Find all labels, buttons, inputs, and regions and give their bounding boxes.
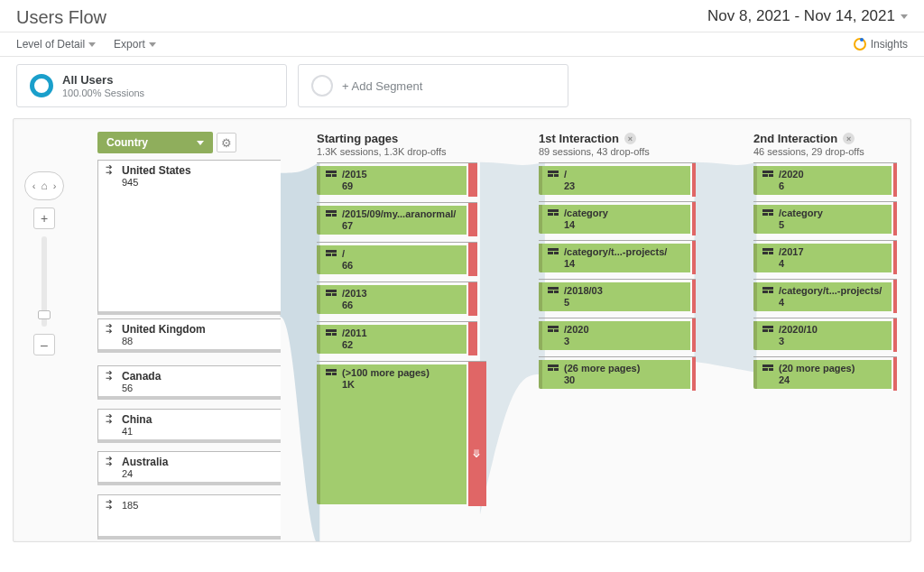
flow-node[interactable]: /2020/103 <box>753 318 897 352</box>
flow-node-label: /2020/10 <box>779 324 818 335</box>
flow-node[interactable]: /201162 <box>317 321 477 355</box>
drop-off-bar <box>692 240 696 274</box>
drop-off-bar <box>893 356 897 391</box>
flow-node[interactable]: /20206 <box>753 162 897 197</box>
date-range-text: Nov 8, 2021 - Nov 14, 2021 <box>707 7 895 25</box>
flow-node-value: 14 <box>564 258 575 269</box>
drop-off-bar <box>468 162 477 197</box>
page-icon <box>326 367 337 375</box>
chevron-down-icon <box>901 14 908 19</box>
date-range-selector[interactable]: Nov 8, 2021 - Nov 14, 2021 <box>707 7 908 25</box>
flow-node[interactable]: /201569 <box>317 162 477 197</box>
export-menu[interactable]: Export <box>114 38 156 51</box>
source-node[interactable]: Australia24 <box>97 451 281 485</box>
level-of-detail-label: Level of Detail <box>16 38 85 51</box>
flow-node[interactable]: /201366 <box>317 281 477 316</box>
chevron-left-icon: ‹ <box>32 180 36 191</box>
page-icon <box>548 285 559 309</box>
dimension-label: Country <box>106 136 148 149</box>
flow-node-value: 1K <box>342 379 355 390</box>
zoom-in-button[interactable]: + <box>33 208 55 229</box>
flow-node[interactable]: /2018/035 <box>539 279 696 313</box>
page-icon <box>762 208 773 231</box>
column-2nd-interaction: 2nd Interaction× 46 sessions, 29 drop-of… <box>753 132 911 157</box>
flow-node[interactable]: (>100 more pages)1K <box>317 361 486 506</box>
flow-node[interactable]: /category5 <box>753 201 897 235</box>
flow-node[interactable]: (20 more pages)24 <box>753 356 897 391</box>
dimension-selector[interactable]: Country <box>97 132 213 153</box>
flow-node[interactable]: /2015/09/my...aranormal/67 <box>317 202 477 236</box>
page-icon <box>326 169 337 192</box>
flow-node[interactable]: /category/t...-projects/4 <box>753 279 897 313</box>
insights-icon <box>854 38 866 51</box>
add-segment-button[interactable]: + Add Segment <box>298 64 568 107</box>
flow-node-value: 14 <box>564 219 575 230</box>
source-name: United States <box>122 165 191 177</box>
home-icon: ⌂ <box>41 180 47 192</box>
flow-node[interactable]: /66 <box>317 242 477 276</box>
drop-off-bar <box>893 162 897 197</box>
source-node[interactable]: 185 <box>97 494 281 540</box>
flow-node[interactable]: /20203 <box>539 318 696 352</box>
gear-icon: ⚙ <box>221 136 232 150</box>
remove-column-button[interactable]: × <box>624 133 636 144</box>
column-subtitle: 46 sessions, 29 drop-offs <box>753 146 911 157</box>
flow-node[interactable]: /23 <box>539 162 696 197</box>
page-title: Users Flow <box>16 7 106 28</box>
drop-off-bar <box>692 162 696 197</box>
flow-node-value: 67 <box>342 220 353 231</box>
flow-node-label: / <box>342 248 353 259</box>
flow-node-value: 6 <box>779 180 784 191</box>
source-name: China <box>122 414 152 426</box>
level-of-detail-menu[interactable]: Level of Detail <box>16 38 96 51</box>
column-subtitle: 89 sessions, 43 drop-offs <box>539 146 719 157</box>
zoom-out-button[interactable]: – <box>33 334 55 355</box>
remove-column-button[interactable]: × <box>843 133 855 144</box>
flow-node-value: 30 <box>564 374 575 385</box>
drop-off-bar <box>893 240 897 274</box>
source-node[interactable]: United Kingdom88 <box>97 318 281 353</box>
segment-circle-icon <box>30 74 53 97</box>
drop-off-bar <box>893 201 897 235</box>
segment-all-users[interactable]: All Users 100.00% Sessions <box>16 64 287 107</box>
flow-node[interactable]: (26 more pages)30 <box>539 356 696 391</box>
flow-nav-home[interactable]: ‹ ⌂ › <box>24 171 64 200</box>
insights-button[interactable]: Insights <box>854 38 908 51</box>
zoom-slider[interactable] <box>42 236 47 327</box>
flow-node-label: (20 more pages) <box>779 363 855 374</box>
column-title: 2nd Interaction× <box>753 132 911 145</box>
flow-node[interactable]: /category14 <box>539 201 696 235</box>
flow-node-label: /2013 <box>342 288 367 299</box>
dimension-settings-button[interactable]: ⚙ <box>217 133 236 152</box>
source-name: Australia <box>122 457 168 468</box>
source-node[interactable]: United States945 <box>97 160 281 315</box>
flow-canvas[interactable]: ‹ ⌂ › + – Country ⚙ United States945 Uni… <box>13 118 911 542</box>
flow-node[interactable]: /20174 <box>753 240 897 274</box>
drop-off-bar <box>893 318 897 352</box>
flow-node-value: 24 <box>779 374 790 385</box>
flow-node-value: 62 <box>342 339 353 350</box>
source-node[interactable]: China41 <box>97 409 281 443</box>
report-header: Users Flow Nov 8, 2021 - Nov 14, 2021 <box>0 0 924 32</box>
drop-off-bar <box>468 202 477 236</box>
flow-node-label: /category <box>564 208 608 218</box>
page-icon <box>326 328 337 351</box>
page-icon <box>326 248 337 272</box>
source-name: United Kingdom <box>122 324 206 336</box>
flow-node[interactable]: /category/t...-projects/14 <box>539 240 696 274</box>
flow-node-value: 5 <box>564 297 569 308</box>
zoom-handle[interactable] <box>38 310 51 319</box>
column-subtitle: 1.3K sessions, 1.3K drop-offs <box>317 146 497 157</box>
flow-node-value: 3 <box>779 336 784 346</box>
segment-detail: 100.00% Sessions <box>62 88 144 98</box>
toolbar: Level of Detail Export Insights <box>0 32 924 57</box>
flow-node-label: (26 more pages) <box>564 363 640 374</box>
column-starting-pages: Starting pages 1.3K sessions, 1.3K drop-… <box>317 132 497 157</box>
source-node[interactable]: Canada56 <box>97 365 281 400</box>
chevron-down-icon <box>88 42 96 47</box>
drop-off-bar <box>468 281 477 316</box>
insights-label: Insights <box>871 38 908 51</box>
source-value: 945 <box>122 177 138 188</box>
flow-node-label: /2017 <box>779 246 804 257</box>
drop-off-bar <box>692 318 696 352</box>
